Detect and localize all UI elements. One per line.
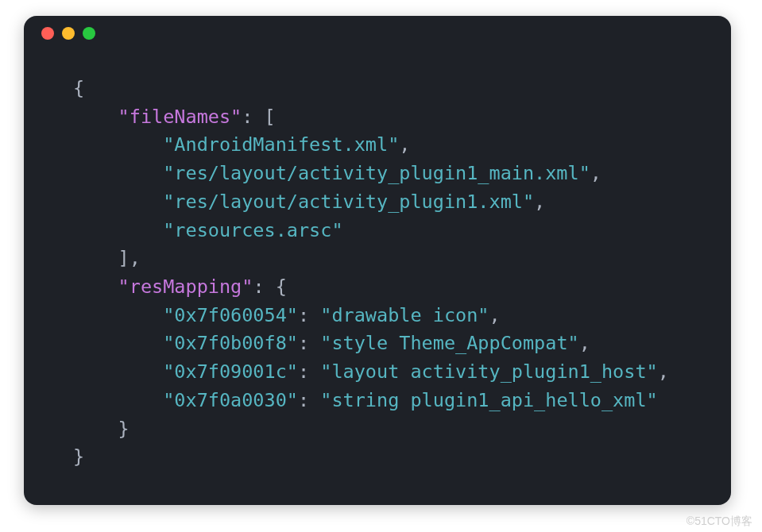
code-block: { "fileNames": [ "AndroidManifest.xml", … xyxy=(24,51,731,472)
json-value: "drawable icon" xyxy=(320,304,489,326)
brace-open: { xyxy=(73,77,84,99)
json-key: "0x7f0b00f8" xyxy=(163,332,298,354)
brace-close: } xyxy=(73,445,84,468)
code-window: { "fileNames": [ "AndroidManifest.xml", … xyxy=(24,16,731,505)
maximize-icon[interactable] xyxy=(83,27,95,40)
json-string: "AndroidManifest.xml" xyxy=(163,133,399,156)
json-string: "res/layout/activity_plugin1.xml" xyxy=(163,191,534,213)
watermark-text: ©51CTO博客 xyxy=(687,515,752,529)
json-string: "resources.arsc" xyxy=(163,219,342,241)
json-value: "string plugin1_api_hello_xml" xyxy=(320,389,657,411)
json-key: "0x7f09001c" xyxy=(163,360,298,383)
json-key: "0x7f0a0030" xyxy=(163,389,298,411)
json-string: "res/layout/activity_plugin1_main.xml" xyxy=(163,162,590,184)
json-value: "style Theme_AppCompat" xyxy=(320,332,578,354)
json-value: "layout activity_plugin1_host" xyxy=(320,360,657,383)
window-titlebar xyxy=(24,16,731,51)
json-key-filenames: "fileNames" xyxy=(118,106,242,128)
close-icon[interactable] xyxy=(41,27,54,40)
minimize-icon[interactable] xyxy=(62,27,75,40)
json-key-resmapping: "resMapping" xyxy=(118,276,253,298)
json-key: "0x7f060054" xyxy=(163,304,298,326)
